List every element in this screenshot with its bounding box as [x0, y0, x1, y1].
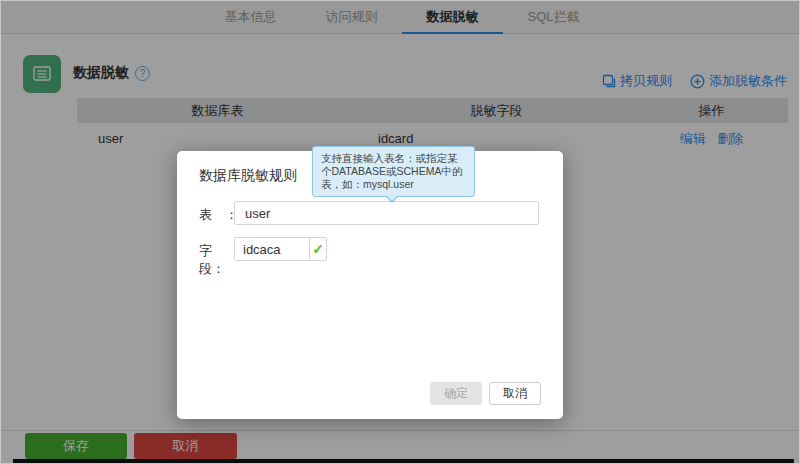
field-input-group: ✓	[234, 237, 327, 261]
field-field-label: 字段：	[199, 242, 235, 278]
table-field-label: 表 ：	[199, 206, 235, 224]
valid-check-icon: ✓	[309, 238, 326, 260]
dialog-cancel-button[interactable]: 取消	[489, 382, 541, 405]
table-input-tooltip: 支持直接输入表名：或指定某个DATABASE或SCHEMA中的表，如：mysql…	[312, 146, 475, 197]
dialog-title: 数据库脱敏规则	[199, 167, 297, 185]
table-name-input[interactable]	[234, 201, 539, 225]
field-name-input[interactable]	[235, 238, 309, 260]
confirm-button[interactable]: 确定	[430, 382, 482, 405]
dialog-buttons: 确定 取消	[430, 382, 541, 405]
data-masking-settings-page: 基本信息 访问规则 数据脱敏 SQL拦截 数据脱敏 ? 拷贝规则	[0, 0, 800, 464]
